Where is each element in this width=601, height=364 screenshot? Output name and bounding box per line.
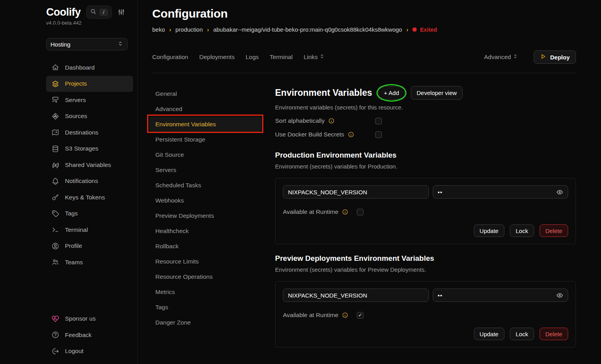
sidebar-item-label: Keys & Tokens [65, 194, 105, 201]
available-at-runtime-label: Available at Runtime [283, 208, 338, 215]
search-icon [90, 8, 97, 16]
subnav-healthcheck[interactable]: Healthcheck [149, 223, 262, 238]
deploy-button-label: Deploy [550, 54, 570, 61]
subnav-git-source[interactable]: Git Source [149, 147, 262, 162]
terminal-icon [51, 226, 59, 234]
update-button[interactable]: Update [474, 328, 504, 340]
tab-links[interactable]: Links [304, 54, 325, 61]
subnav-metrics[interactable]: Metrics [149, 284, 262, 299]
subnav-danger-zone[interactable]: Danger Zone [149, 315, 262, 330]
delete-button[interactable]: Delete [540, 224, 568, 237]
tab-configuration[interactable]: Configuration [152, 54, 188, 61]
sidebar-item-servers[interactable]: Servers [46, 92, 133, 108]
breadcrumb-project[interactable]: beko [152, 26, 165, 33]
delete-button[interactable]: Delete [540, 328, 568, 340]
available-at-runtime-checkbox[interactable] [357, 209, 363, 215]
sidebar-item-label: S3 Storages [65, 145, 98, 152]
status-badge: Exited [412, 27, 437, 33]
breadcrumb-environment[interactable]: production [175, 26, 203, 33]
sidebar-item-destinations[interactable]: Destinations [46, 124, 133, 141]
environment-variables-panel: Environment Variables + Add Developer vi… [275, 86, 576, 364]
tab-terminal[interactable]: Terminal [270, 54, 293, 61]
status-dot-icon [412, 27, 417, 32]
variable-value-input[interactable] [433, 185, 569, 199]
tab-deployments[interactable]: Deployments [199, 54, 234, 61]
subnav-resource-limits[interactable]: Resource Limits [149, 254, 262, 269]
play-icon [540, 53, 547, 61]
sidebar-item-tags[interactable]: Tags [46, 206, 133, 222]
sidebar-item-s3-storages[interactable]: S3 Storages [46, 141, 133, 157]
workspace-selector[interactable]: Hosting [46, 38, 128, 50]
eye-icon[interactable] [556, 188, 563, 196]
sidebar-item-feedback[interactable]: Feedback [46, 327, 133, 343]
sidebar-item-projects[interactable]: Projects [46, 76, 133, 92]
subnav-tags[interactable]: Tags [149, 299, 262, 315]
subnav-scheduled-tasks[interactable]: Scheduled Tasks [149, 178, 262, 193]
sidebar-item-keys-tokens[interactable]: Keys & Tokens [46, 189, 133, 206]
sidebar-item-label: Terminal [65, 226, 88, 233]
subnav-rollback[interactable]: Rollback [149, 238, 262, 254]
database-icon [51, 145, 59, 153]
sidebar-item-sponsor[interactable]: Sponsor us [46, 311, 133, 327]
search-shortcut-key: / [99, 9, 108, 16]
docker-build-secrets-checkbox[interactable] [375, 131, 382, 138]
variable-key-input[interactable] [283, 185, 429, 199]
subnav-advanced[interactable]: Advanced [149, 101, 262, 117]
map-icon [51, 128, 59, 136]
sidebar-item-terminal[interactable]: Terminal [46, 222, 133, 238]
breadcrumb-resource[interactable]: abubakar--meigag/vid-tube-beko-pro:main-… [213, 26, 402, 33]
deploy-button[interactable]: Deploy [534, 50, 576, 64]
sidebar-item-teams[interactable]: Teams [46, 254, 133, 271]
variable-key-input[interactable] [283, 289, 429, 302]
settings-sliders-icon[interactable] [117, 8, 125, 16]
sidebar-item-logout[interactable]: Logout [46, 343, 133, 360]
advanced-dropdown-label: Advanced [484, 54, 511, 61]
update-button[interactable]: Update [474, 224, 504, 237]
lock-button[interactable]: Lock [510, 224, 534, 237]
sidebar-item-label: Notifications [65, 178, 98, 185]
preview-section-title: Preview Deployments Environment Variable… [275, 254, 576, 263]
sidebar-item-notifications[interactable]: Notifications [46, 173, 133, 190]
panel-description: Environment variables (secrets) for this… [275, 104, 576, 111]
add-variable-button[interactable]: + Add [378, 86, 405, 100]
sidebar-item-profile[interactable]: Profile [46, 238, 133, 255]
variable-value-input[interactable] [433, 289, 569, 302]
tab-links-label: Links [304, 54, 318, 61]
search-button[interactable]: / [86, 5, 112, 19]
sidebar-item-label: Sponsor us [65, 315, 95, 322]
docker-build-secrets-label: Use Docker Build Secrets [275, 131, 344, 138]
subnav-webhooks[interactable]: Webhooks [149, 193, 262, 208]
lock-button[interactable]: Lock [510, 328, 534, 340]
sidebar-item-dashboard[interactable]: Dashboard [46, 59, 133, 76]
subnav-general[interactable]: General [149, 86, 262, 101]
chevron-right-icon: › [169, 27, 171, 33]
sidebar-item-sources[interactable]: Sources [46, 108, 133, 125]
available-at-runtime-checkbox[interactable]: ✓ [357, 312, 363, 319]
subnav-resource-operations[interactable]: Resource Operations [149, 269, 262, 284]
page-title: Configuration [152, 7, 576, 20]
add-variable-button-label: + Add [384, 90, 399, 96]
sidebar-item-label: Teams [65, 259, 83, 266]
subnav-environment-variables[interactable]: Environment Variables [149, 117, 262, 132]
sidebar-item-label: Projects [65, 80, 87, 87]
subnav-preview-deployments[interactable]: Preview Deployments [149, 208, 262, 223]
eye-icon[interactable] [556, 292, 563, 299]
subnav-servers[interactable]: Servers [149, 162, 262, 178]
sidebar-item-label: Dashboard [65, 64, 95, 71]
production-section-title: Production Environment Variables [275, 151, 576, 160]
variable-icon: (x) [51, 161, 59, 168]
info-icon [342, 312, 348, 318]
tab-bar: Configuration Deployments Logs Terminal … [152, 50, 576, 73]
chevron-selector-icon [319, 54, 325, 61]
info-icon [348, 131, 354, 138]
sidebar-item-shared-variables[interactable]: (x) Shared Variables [46, 157, 133, 173]
app-logo: Coolify [46, 6, 81, 18]
settings-subnav: General Advanced Environment Variables P… [149, 86, 262, 364]
tab-logs[interactable]: Logs [246, 54, 259, 61]
sort-alphabetically-checkbox[interactable] [375, 118, 382, 124]
advanced-dropdown[interactable]: Advanced [484, 54, 518, 61]
subnav-persistent-storage[interactable]: Persistent Storage [149, 132, 262, 147]
developer-view-button[interactable]: Developer view [411, 86, 463, 100]
sidebar-item-label: Destinations [65, 129, 98, 136]
logout-icon [51, 347, 59, 355]
